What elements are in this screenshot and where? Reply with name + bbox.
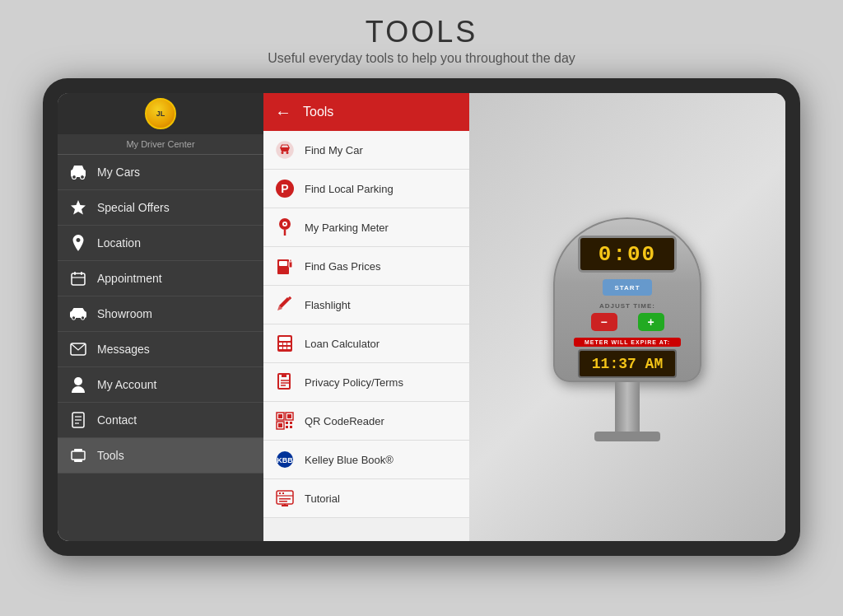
sidebar-item-tools[interactable]: Tools [58, 438, 263, 474]
kelley-blue-book-icon: KBB [273, 448, 296, 471]
sidebar-item-label-my-cars: My Cars [97, 166, 140, 179]
svg-rect-64 [282, 492, 284, 494]
page-header: TOOLS Useful everyday tools to help you … [268, 0, 575, 74]
svg-rect-40 [283, 343, 286, 345]
driver-center-label: My Driver Center [58, 134, 263, 155]
find-my-car-icon [273, 138, 296, 161]
tablet-wrapper: JL My Driver Center My Cars [43, 78, 800, 556]
tool-qr-codereader[interactable]: QR CodeReader [263, 402, 469, 441]
appointment-icon [69, 269, 87, 287]
svg-point-24 [286, 152, 289, 154]
meter-head: 0:00 START ADJUST TIME: − + METER WILL E… [553, 217, 701, 382]
my-parking-meter-icon [273, 216, 296, 239]
svg-rect-66 [279, 501, 287, 502]
sidebar-item-location[interactable]: Location [58, 226, 263, 261]
tool-find-my-car[interactable]: Find My Car [263, 131, 469, 170]
sidebar-item-label-contact: Contact [97, 413, 137, 427]
sidebar-item-label-messages: Messages [97, 343, 150, 356]
meter-buttons: − + [591, 313, 664, 331]
tutorial-icon [273, 487, 296, 510]
tool-flashlight[interactable]: Flashlight [263, 286, 469, 324]
meter-neck [615, 382, 640, 432]
tool-label-find-my-car: Find My Car [305, 144, 363, 156]
svg-rect-44 [287, 347, 291, 349]
svg-rect-20 [74, 449, 82, 451]
tool-find-gas-prices[interactable]: Find Gas Prices [263, 247, 469, 286]
special-offers-icon [69, 198, 87, 217]
sidebar-item-my-account[interactable]: My Account [58, 367, 263, 403]
sidebar: JL My Driver Center My Cars [58, 93, 263, 541]
find-gas-prices-icon [273, 254, 296, 278]
svg-rect-19 [72, 451, 85, 460]
tool-loan-calculator[interactable]: Loan Calculator [263, 324, 469, 363]
svg-rect-50 [278, 414, 282, 418]
svg-rect-56 [290, 422, 292, 424]
flashlight-icon [273, 293, 296, 316]
tool-label-kelley-blue-book: Kelley Blue Book® [305, 454, 394, 466]
sidebar-item-messages[interactable]: Messages [58, 332, 263, 367]
meter-area: 0:00 START ADJUST TIME: − + METER WILL E… [469, 93, 785, 541]
meter-base [594, 432, 660, 441]
meter-plus-button[interactable]: + [638, 313, 664, 331]
sidebar-item-label-my-account: My Account [97, 378, 156, 391]
tool-tutorial[interactable]: Tutorial [263, 479, 469, 518]
sidebar-item-label-tools: Tools [97, 449, 124, 462]
meter-start-button[interactable]: START [603, 279, 652, 296]
svg-rect-41 [287, 343, 291, 345]
tool-label-my-parking-meter: My Parking Meter [305, 222, 389, 234]
find-local-parking-icon: P [273, 177, 296, 200]
privacy-policy-icon [273, 371, 296, 394]
svg-point-3 [81, 175, 85, 180]
svg-point-14 [74, 377, 82, 385]
messages-icon [69, 340, 87, 358]
svg-text:KBB: KBB [277, 456, 293, 464]
sidebar-item-showroom[interactable]: Showroom [58, 296, 263, 332]
tools-panel: ← Tools Find My Car [263, 93, 469, 541]
svg-rect-65 [279, 498, 291, 500]
meter-minus-button[interactable]: − [591, 313, 617, 331]
tool-kelley-blue-book[interactable]: KBB Kelley Blue Book® [263, 441, 469, 479]
loan-calculator-icon [273, 332, 296, 355]
sidebar-item-appointment[interactable]: Appointment [58, 261, 263, 296]
tool-privacy-policy[interactable]: Privacy Policy/Terms [263, 363, 469, 402]
svg-marker-1 [72, 166, 84, 170]
svg-rect-38 [279, 337, 291, 341]
svg-marker-10 [72, 308, 85, 311]
meter-expire-display: 11:37 AM [578, 349, 677, 378]
tools-header: ← Tools [263, 93, 469, 131]
back-button[interactable]: ← [275, 103, 291, 122]
sidebar-logo: JL [58, 93, 263, 134]
svg-rect-39 [279, 343, 282, 345]
svg-rect-34 [290, 259, 291, 262]
svg-rect-54 [278, 423, 282, 427]
sidebar-item-label-showroom: Showroom [97, 307, 152, 320]
sidebar-item-my-cars[interactable]: My Cars [58, 155, 263, 190]
svg-rect-52 [287, 414, 291, 418]
svg-rect-57 [286, 426, 288, 428]
svg-point-11 [72, 316, 75, 320]
svg-marker-4 [71, 200, 86, 215]
svg-point-2 [72, 175, 77, 180]
tools-header-label: Tools [303, 105, 333, 119]
page-subtitle: Useful everyday tools to help you throug… [268, 51, 575, 66]
showroom-icon [69, 305, 87, 323]
tool-label-loan-calculator: Loan Calculator [305, 338, 380, 350]
meter-adjust-label: ADJUST TIME: [574, 302, 681, 310]
meter-display: 0:00 [578, 236, 677, 273]
tool-my-parking-meter[interactable]: My Parking Meter [263, 208, 469, 247]
page-title: TOOLS [268, 15, 575, 49]
svg-rect-63 [279, 492, 281, 494]
sidebar-item-special-offers[interactable]: Special Offers [58, 190, 263, 226]
tools-icon [69, 446, 87, 464]
tool-label-find-local-parking: Find Local Parking [305, 183, 394, 195]
sidebar-item-label-special-offers: Special Offers [97, 201, 170, 214]
svg-rect-58 [290, 426, 292, 428]
svg-rect-42 [279, 347, 282, 349]
svg-point-12 [81, 316, 84, 320]
qr-codereader-icon [273, 409, 296, 432]
tool-find-local-parking[interactable]: P Find Local Parking [263, 170, 469, 208]
app-logo: JL [145, 98, 176, 129]
tool-label-find-gas-prices: Find Gas Prices [305, 260, 380, 273]
sidebar-item-contact[interactable]: Contact [58, 403, 263, 438]
svg-point-23 [282, 152, 284, 154]
